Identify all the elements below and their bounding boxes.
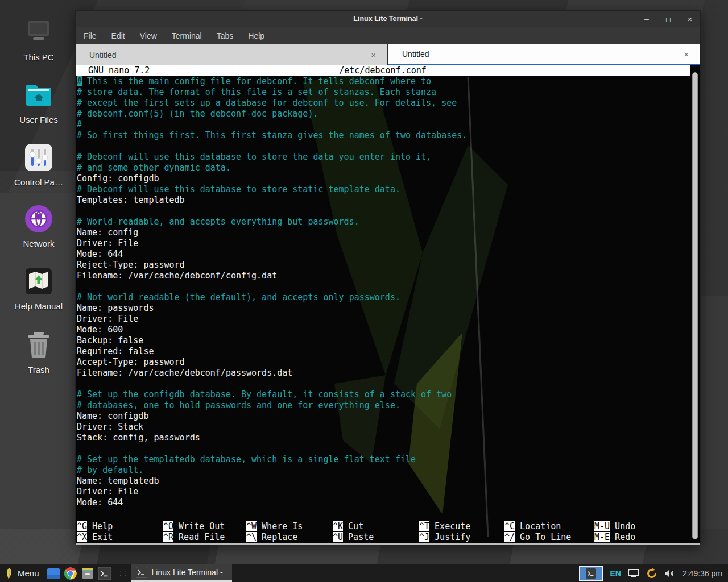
shortcut-key: ^X [77, 532, 87, 542]
nano-shortcut-undo: M-U Undo [594, 521, 690, 532]
start-menu-label: Menu [18, 568, 39, 578]
window-controls: – □ ✕ [642, 11, 694, 27]
system-tray: EN 2:49:36 pm [579, 566, 728, 581]
display-icon[interactable] [628, 569, 639, 578]
nano-buffer: # This is the main config file for debco… [76, 76, 690, 508]
task-button-terminal[interactable]: Linux Lite Terminal - [131, 564, 232, 582]
help-manual-icon [23, 266, 54, 297]
nano-title-bar: GNU nano 7.2 /etc/debconf.conf [76, 65, 690, 76]
terminal-icon [586, 568, 596, 579]
minimize-icon[interactable]: – [642, 15, 651, 23]
updates-icon[interactable] [646, 568, 657, 579]
terminal-line: Accept-Type: password [76, 357, 690, 368]
keyboard-layout-indicator[interactable]: EN [610, 569, 621, 578]
nano-shortcut-execute: ^T Execute [419, 521, 504, 532]
nano-shortcut-help: ^G Help [77, 521, 163, 532]
terminal-line: # and some other dynamic data. [76, 163, 690, 173]
nano-shortcut-paste: ^U Paste [333, 532, 419, 543]
start-menu-button[interactable]: Menu [0, 564, 45, 582]
terminal-line: # So first things first. This first stan… [76, 130, 690, 141]
archive-icon[interactable] [79, 564, 96, 582]
close-icon[interactable]: ✕ [685, 15, 694, 23]
terminal-line: Driver: File [76, 238, 690, 249]
nano-shortcut-bar: ^G Help^O Write Out^W Where Is^K Cut^T E… [76, 521, 690, 543]
terminal-line: Stack: config, passwords [76, 433, 690, 443]
nano-shortcut-read-file: ^R Read File [163, 532, 246, 543]
terminal-line: # Not world readable (the default), and … [76, 292, 690, 303]
desktop-icon-trash[interactable]: Trash [0, 330, 77, 375]
terminal-launcher-icon[interactable] [96, 564, 113, 582]
terminal-line: # Set up the templatedb database, which … [76, 454, 690, 465]
tab-close-icon[interactable]: × [367, 49, 379, 61]
terminal-scrollbar[interactable] [692, 72, 698, 539]
terminal-line: Config: configdb [76, 173, 690, 184]
desktop-icon-user-files[interactable]: User Files [0, 80, 77, 124]
shortcut-key: ^C [504, 521, 515, 531]
desktop-icon-label: Help Manual [0, 301, 77, 311]
desktop-icon-network[interactable]: Network [0, 203, 77, 248]
terminal-line [76, 379, 690, 389]
nano-shortcut-where-is: ^W Where Is [246, 521, 333, 532]
shortcut-key: ^O [163, 521, 173, 531]
desktop-icon-label: This PC [0, 52, 77, 62]
shortcut-key: ^W [246, 521, 257, 531]
nano-shortcut-write-out: ^O Write Out [163, 521, 246, 532]
menu-item-terminal[interactable]: Terminal [172, 31, 202, 40]
terminal-line: Mode: 644 [76, 249, 690, 260]
terminal-line: Filename: /var/cache/debconf/passwords.d… [76, 368, 690, 379]
trash-icon [23, 330, 54, 360]
terminal-line [76, 206, 690, 217]
tab-1-untitled[interactable]: Untitled× [76, 44, 387, 65]
nano-shortcut-justify: ^J Justify [419, 532, 504, 543]
desktop-icon-help-manual[interactable]: Help Manual [0, 266, 77, 311]
tab-label: Untitled [402, 49, 680, 59]
clock: 2:49:36 pm [681, 569, 722, 578]
terminal-line: # World-readable, and accepts everything… [76, 217, 690, 227]
menu-item-file[interactable]: File [84, 31, 97, 40]
tray-terminal-window-box[interactable] [579, 566, 603, 581]
terminal-line: # by default. [76, 465, 690, 476]
shortcut-row-2: ^X Exit^R Read File^\ Replace^U Paste^J … [76, 532, 690, 543]
desktop-icon-label: Trash [0, 365, 77, 375]
shortcut-key: ^R [163, 532, 173, 542]
tab-close-icon[interactable]: × [680, 48, 692, 60]
terminal-line: Filename: /var/cache/debconf/config.dat [76, 271, 690, 281]
menu-item-view[interactable]: View [140, 31, 157, 40]
maximize-icon[interactable]: □ [664, 15, 673, 23]
menu-item-edit[interactable]: Edit [111, 31, 125, 40]
terminal-line: # Debconf will use this database to stor… [76, 152, 690, 163]
terminal-line: # databases, one to hold passwords and o… [76, 400, 690, 411]
desktop-icon-control-pa[interactable]: Control Pa… [0, 142, 77, 187]
terminal-line: Required: false [76, 346, 690, 357]
terminal-line: # Debconf will use this database to stor… [76, 184, 690, 195]
terminal-line: Name: configdb [76, 411, 690, 422]
terminal-line: Driver: File [76, 487, 690, 497]
terminal-line [76, 281, 690, 292]
desktop-icon-this-pc[interactable]: This PC [0, 17, 77, 62]
shortcut-key: ^/ [504, 532, 515, 542]
menu-bar: FileEditViewTerminalTabsHelp [76, 27, 700, 44]
terminal-line [76, 141, 690, 152]
nano-shortcut-exit: ^X Exit [77, 532, 163, 543]
desktop-icon-label: User Files [0, 115, 77, 124]
terminal-line: # except the first sets up a database fo… [76, 98, 690, 109]
terminal-line: Reject-Type: password [76, 260, 690, 271]
window-titlebar[interactable]: Linux Lite Terminal - – □ ✕ [76, 11, 700, 27]
menu-item-tabs[interactable]: Tabs [217, 31, 234, 40]
taskbar: Menu ⋮⋮ Linux Lite Terminal - EN [0, 564, 728, 582]
volume-icon[interactable] [664, 569, 675, 578]
terminal-view[interactable]: GNU nano 7.2 /etc/debconf.conf # This is… [76, 65, 700, 545]
terminal-window: Linux Lite Terminal - – □ ✕ FileEditView… [75, 10, 701, 544]
tab-bar: Untitled×Untitled× [76, 44, 700, 65]
tab-2-untitled[interactable]: Untitled× [388, 44, 700, 65]
shortcut-key: M-U [594, 521, 610, 531]
nano-shortcut-go-to-line: ^/ Go To Line [504, 532, 594, 543]
chrome-icon[interactable] [62, 564, 79, 582]
terminal-icon [136, 567, 147, 578]
menu-item-help[interactable]: Help [248, 31, 264, 40]
computer-icon [23, 17, 54, 48]
nano-shortcut-replace: ^\ Replace [246, 532, 333, 543]
file-manager-icon[interactable] [45, 564, 62, 582]
network-globe-icon [23, 203, 54, 234]
nano-shortcut-cut: ^K Cut [333, 521, 419, 532]
